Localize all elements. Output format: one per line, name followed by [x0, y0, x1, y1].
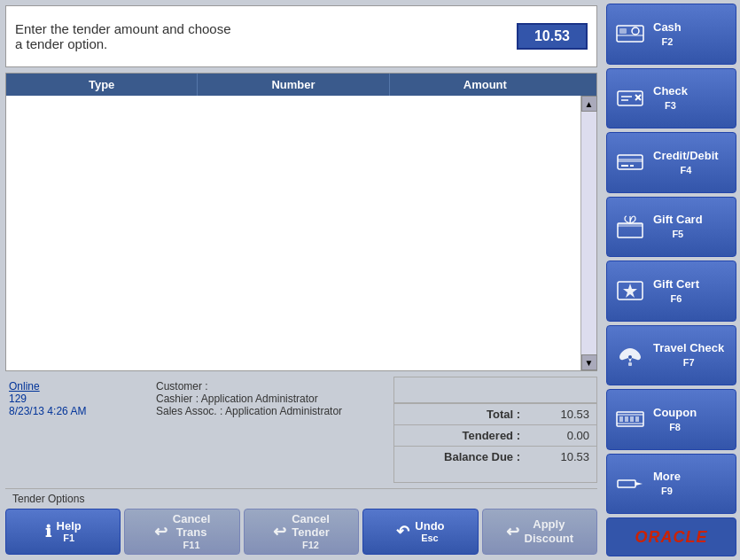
gift-card-icon: [614, 214, 646, 239]
cashier-label: Cashier :: [156, 393, 199, 405]
apply-icon: ↩: [506, 522, 519, 541]
travel-check-label: Travel Check F7: [653, 341, 724, 369]
more-label: More F9: [653, 470, 681, 497]
undo-label: Undo: [415, 519, 444, 533]
help-icon: ℹ: [45, 522, 51, 541]
scroll-down-arrow[interactable]: ▼: [581, 354, 597, 370]
balance-value: 10.53: [527, 450, 589, 463]
tendered-row: Tendered : 0.00: [394, 425, 596, 447]
totals-panel: Total : 10.53 Tendered : 0.00 Balance Du…: [393, 377, 597, 483]
gift-cert-button[interactable]: Gift Cert F6: [606, 261, 736, 322]
assoc-label: Sales Assoc. :: [156, 405, 222, 417]
svg-rect-24: [618, 480, 635, 487]
totals-table: Total : 10.53 Tendered : 0.00 Balance Du…: [393, 403, 597, 483]
oracle-text: ORACLE: [635, 528, 708, 547]
help-button[interactable]: ℹ Help F1: [5, 509, 121, 555]
check-button[interactable]: Check F3: [606, 68, 736, 129]
svg-rect-21: [625, 416, 628, 422]
tendered-value: 0.00: [527, 429, 589, 442]
svg-rect-16: [628, 362, 632, 366]
svg-marker-14: [623, 284, 637, 298]
customer-panel: Customer : Cashier : Application Adminis…: [152, 377, 388, 483]
help-shortcut: F1: [57, 533, 82, 544]
oracle-logo: ORACLE: [606, 517, 736, 556]
credit-debit-icon: [614, 152, 646, 173]
cancel-tender-label: CancelTender: [292, 512, 330, 540]
gift-cert-icon: [614, 278, 646, 303]
col-amount-header: Amount: [390, 74, 580, 96]
status-panel: Online 129 8/23/13 4:26 AM: [5, 377, 147, 483]
cashier-info: Cashier : Application Administrator: [156, 393, 385, 405]
travel-check-button[interactable]: Travel Check F7: [606, 325, 736, 386]
assoc-value: Application Administrator: [225, 405, 342, 417]
cash-label: Cash F2: [653, 20, 682, 48]
apply-button[interactable]: ↩ ApplyDiscount: [482, 509, 597, 555]
cancel-trans-button[interactable]: ↩ CancelTrans F11: [124, 509, 239, 555]
total-label: Total :: [401, 408, 527, 421]
right-sidebar: Cash F2 Check F3: [603, 0, 740, 560]
check-label: Check F3: [653, 84, 688, 112]
tender-options-bar: Tender Options: [5, 488, 597, 509]
totals-filler: [393, 377, 597, 403]
tender-table: Type Number Amount ▲ ▼: [5, 73, 597, 371]
assoc-info: Sales Assoc. : Application Administrator: [156, 405, 385, 417]
undo-button[interactable]: ↶ Undo Esc: [362, 509, 478, 555]
status-id: 129: [9, 393, 144, 405]
cancel-trans-shortcut: F11: [173, 540, 211, 551]
cancel-tender-button[interactable]: ↩ CancelTender F12: [244, 509, 359, 555]
scroll-up-arrow[interactable]: ▲: [581, 96, 597, 112]
balance-row: Balance Due : 10.53: [394, 447, 596, 467]
col-number-header: Number: [198, 74, 389, 96]
help-label: Help: [57, 519, 82, 533]
gift-card-label: Gift Card F5: [653, 213, 703, 240]
status-datetime: 8/23/13 4:26 AM: [9, 405, 144, 417]
gift-card-button[interactable]: Gift Card F5: [606, 197, 736, 258]
cashier-value: Application Administrator: [201, 393, 318, 405]
amount-input[interactable]: 10.53: [517, 23, 588, 50]
cancel-trans-label: CancelTrans: [173, 512, 211, 540]
apply-label: ApplyDiscount: [525, 517, 574, 545]
table-body: ▲ ▼: [6, 96, 596, 370]
total-value: 10.53: [527, 408, 589, 421]
more-icon: [614, 471, 646, 496]
col-type-header: Type: [6, 74, 198, 96]
tender-options-label: Tender Options: [12, 493, 84, 505]
credit-debit-button[interactable]: Credit/Debit F4: [606, 132, 736, 193]
svg-point-2: [632, 27, 639, 35]
svg-rect-1: [619, 28, 627, 34]
scrollbar[interactable]: ▲ ▼: [580, 96, 596, 370]
bottom-buttons: ℹ Help F1 ↩ CancelTrans F11 ↩ CancelTend…: [5, 509, 597, 555]
total-row: Total : 10.53: [394, 404, 596, 425]
customer-label: Customer :: [156, 380, 385, 393]
cash-icon: [614, 23, 646, 44]
col-scroll-header: [580, 74, 596, 96]
credit-debit-label: Credit/Debit F4: [653, 149, 719, 176]
cancel-tender-icon: ↩: [273, 522, 286, 541]
online-link[interactable]: Online: [9, 380, 40, 393]
coupon-icon: [614, 407, 646, 432]
instruction-text: Enter the tender amount and choose a ten…: [15, 21, 517, 51]
svg-rect-22: [630, 416, 634, 422]
gift-cert-label: Gift Cert F6: [653, 277, 699, 305]
svg-rect-20: [619, 416, 623, 422]
cancel-trans-icon: ↩: [154, 522, 167, 541]
svg-rect-8: [618, 159, 643, 162]
cash-button[interactable]: Cash F2: [606, 4, 736, 65]
coupon-label: Coupon F8: [653, 406, 697, 433]
balance-label: Balance Due :: [401, 450, 527, 463]
tendered-label: Tendered :: [401, 429, 527, 442]
check-icon: [614, 88, 646, 109]
instruction-bar: Enter the tender amount and choose a ten…: [5, 5, 597, 67]
coupon-button[interactable]: Coupon F8: [606, 389, 736, 450]
table-header: Type Number Amount: [6, 74, 596, 96]
travel-check-icon: [614, 343, 646, 368]
cancel-tender-shortcut: F12: [292, 540, 330, 551]
svg-rect-23: [635, 416, 639, 422]
more-button[interactable]: More F9: [606, 454, 736, 515]
left-panel: Enter the tender amount and choose a ten…: [0, 0, 603, 560]
undo-shortcut: Esc: [415, 533, 444, 544]
bottom-info: Online 129 8/23/13 4:26 AM Customer : Ca…: [5, 377, 597, 483]
undo-icon: ↶: [396, 522, 409, 541]
svg-point-15: [628, 355, 632, 359]
